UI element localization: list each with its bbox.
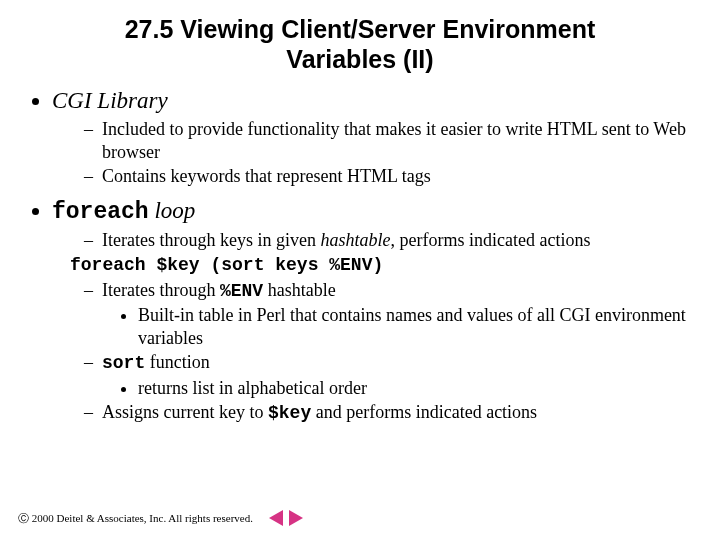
bullet-foreach: foreach loop Iterates through keys in gi… — [52, 198, 700, 425]
slide-title: 27.5 Viewing Client/Server Environment V… — [80, 14, 640, 74]
t: function — [145, 352, 210, 372]
foreach-keyword: foreach — [52, 199, 149, 225]
t: and performs indicated actions — [311, 402, 537, 422]
cgi-point-1: Included to provide functionality that m… — [84, 118, 700, 163]
slide-nav — [269, 510, 303, 526]
foreach-point-2: Iterates through %ENV hashtable Built-in… — [84, 279, 700, 350]
bullet-cgi-library-label: CGI Library — [52, 88, 168, 113]
env-sub-1: Built-in table in Perl that contains nam… — [138, 304, 700, 349]
copyright-text: Ⓒ 2000 Deitel & Associates, Inc. All rig… — [18, 511, 253, 526]
bullet-list: CGI Library Included to provide function… — [30, 88, 700, 425]
hashtable-term: hashtable — [320, 230, 390, 250]
env-var: %ENV — [220, 281, 263, 301]
t: Iterates through — [102, 280, 220, 300]
next-slide-icon[interactable] — [289, 510, 303, 526]
key-var: $key — [268, 403, 311, 423]
code-foreach: foreach $key (sort keys %ENV) — [70, 255, 383, 275]
t: hashtable — [263, 280, 335, 300]
foreach-code-line: foreach $key (sort keys %ENV) — [70, 253, 700, 277]
foreach-point-3: sort function returns list in alphabetic… — [84, 351, 700, 399]
t: , performs indicated actions — [390, 230, 590, 250]
foreach-point-1: Iterates through keys in given hashtable… — [84, 229, 700, 252]
cgi-point-2: Contains keywords that represent HTML ta… — [84, 165, 700, 188]
prev-slide-icon[interactable] — [269, 510, 283, 526]
foreach-loop-text: loop — [149, 198, 196, 223]
bullet-cgi-library: CGI Library Included to provide function… — [52, 88, 700, 188]
t: Assigns current key to — [102, 402, 268, 422]
sort-fn: sort — [102, 353, 145, 373]
t: Iterates through keys in given — [102, 230, 320, 250]
sort-sub-1: returns list in alphabetical order — [138, 377, 700, 400]
foreach-point-4: Assigns current key to $key and performs… — [84, 401, 700, 425]
